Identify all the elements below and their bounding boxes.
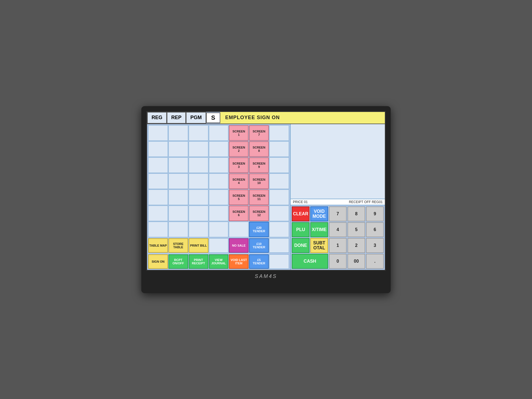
status-receipt: RECEIPT OFF REG01 <box>349 200 383 204</box>
void-last-item-button[interactable]: VOID LAST ITEM <box>229 254 249 269</box>
done-button[interactable]: DONE <box>292 238 310 253</box>
status-price: PRICE 01 <box>293 200 308 204</box>
grid-cell <box>189 222 208 237</box>
20-tender-button[interactable]: £20TENDER <box>249 222 269 237</box>
grid-cell <box>168 222 188 237</box>
grid-cell <box>209 206 229 221</box>
screen-8-button[interactable]: SCREEN8 <box>249 141 269 157</box>
screen-12-button[interactable]: SCREEN12 <box>249 206 269 221</box>
screen-10-button[interactable]: SCREEN10 <box>249 173 269 189</box>
grid-cell <box>209 190 229 205</box>
store-table-button[interactable]: STORE TABLE <box>168 238 188 253</box>
mode-pgm-button[interactable]: PGM <box>186 112 206 124</box>
key-dot[interactable]: . <box>366 254 384 269</box>
bottom-row-1: TABLE MAP STORE TABLE PRINT BILL NO SALE… <box>147 238 290 254</box>
grid-cell <box>168 206 188 221</box>
grid-cell <box>229 222 249 237</box>
grid-cell <box>168 157 188 173</box>
grid-upper: SCREEN1 SCREEN7 SCREEN2 SCREEN8 <box>147 124 290 238</box>
grid-cell <box>189 190 208 205</box>
bottom-row-2: SIGN ON RCPT ON/OFF PRINT RECEIPT VIEW J… <box>147 254 290 270</box>
key-0[interactable]: 0 <box>329 254 347 269</box>
key-6[interactable]: 6 <box>366 222 384 237</box>
key-5[interactable]: 5 <box>347 222 365 237</box>
key-8[interactable]: 8 <box>347 206 365 221</box>
grid-cell <box>148 222 168 237</box>
clear-button[interactable]: CLEAR <box>292 206 310 221</box>
print-bill-button[interactable]: PRINT BILL <box>189 238 208 253</box>
grid-cell <box>209 141 229 157</box>
active-mode-display: S <box>206 112 220 123</box>
grid-cell <box>269 254 289 269</box>
10-tender-button[interactable]: £10TENDER <box>249 238 269 253</box>
grid-cell <box>168 173 188 189</box>
grid-cell <box>269 141 289 157</box>
plu-button[interactable]: PLU <box>292 222 310 237</box>
grid-cell <box>269 125 289 141</box>
xtime-button[interactable]: X/TIME <box>310 222 328 237</box>
table-map-button[interactable]: TABLE MAP <box>148 238 168 253</box>
grid-cell <box>269 190 289 205</box>
screen-7-button[interactable]: SCREEN7 <box>249 125 269 141</box>
screen: REG REP PGM S EMPLOYEE SIGN ON <box>146 111 386 271</box>
key-2[interactable]: 2 <box>347 238 365 253</box>
grid-cell <box>148 141 168 157</box>
screen-6-button[interactable]: SCREEN6 <box>229 206 249 221</box>
no-sale-button[interactable]: NO SALE <box>229 238 249 253</box>
grid-cell <box>189 173 208 189</box>
monitor: REG REP PGM S EMPLOYEE SIGN ON <box>141 106 391 293</box>
grid-cell <box>148 173 168 189</box>
right-upper-area <box>291 124 385 199</box>
title-bar: EMPLOYEE SIGN ON <box>220 112 385 124</box>
print-receipt-button[interactable]: PRINT RECEIPT <box>189 254 208 269</box>
right-panel: PRICE 01 RECEIPT OFF REG01 CLEAR VOIDMOD… <box>291 124 385 270</box>
key-3[interactable]: 3 <box>366 238 384 253</box>
grid-cell <box>209 238 229 253</box>
void-mode-button[interactable]: VOIDMODE <box>310 206 328 221</box>
main-area: SCREEN1 SCREEN7 SCREEN2 SCREEN8 <box>147 124 385 270</box>
top-bar: REG REP PGM S EMPLOYEE SIGN ON <box>147 112 385 124</box>
grid-cell <box>189 206 208 221</box>
key-4[interactable]: 4 <box>329 222 347 237</box>
grid-cell <box>168 141 188 157</box>
sign-on-button[interactable]: SIGN ON <box>148 254 168 269</box>
screen-3-button[interactable]: SCREEN3 <box>229 157 249 173</box>
cash-button[interactable]: CASH <box>292 254 328 269</box>
mode-buttons: REG REP PGM S <box>147 112 220 124</box>
key-1[interactable]: 1 <box>329 238 347 253</box>
screen-9-button[interactable]: SCREEN9 <box>249 157 269 173</box>
screen-5-button[interactable]: SCREEN5 <box>229 190 249 205</box>
view-journal-button[interactable]: VIEW JOURNAL <box>209 254 229 269</box>
grid-cell <box>189 157 208 173</box>
grid-cell <box>209 125 229 141</box>
screen-11-button[interactable]: SCREEN11 <box>249 190 269 205</box>
subtotal-button[interactable]: SUBTOTAL <box>310 238 328 253</box>
screen-4-button[interactable]: SCREEN4 <box>229 173 249 189</box>
grid-cell <box>189 125 208 141</box>
grid-cell <box>269 157 289 173</box>
grid-cell <box>148 125 168 141</box>
grid-cell <box>168 125 188 141</box>
grid-cell <box>189 141 208 157</box>
grid-cell <box>209 222 229 237</box>
grid-cell <box>209 157 229 173</box>
key-00[interactable]: 00 <box>347 254 365 269</box>
rcpt-onoff-button[interactable]: RCPT ON/OFF <box>168 254 188 269</box>
screen-1-button[interactable]: SCREEN1 <box>229 125 249 141</box>
grid-cell <box>209 173 229 189</box>
grid-cell <box>269 206 289 221</box>
mode-rep-button[interactable]: REP <box>167 112 186 124</box>
grid-cell <box>148 190 168 205</box>
5-tender-button[interactable]: £5TENDER <box>249 254 269 269</box>
grid-cell <box>148 157 168 173</box>
mode-reg-button[interactable]: REG <box>147 112 167 124</box>
key-7[interactable]: 7 <box>329 206 347 221</box>
screen-2-button[interactable]: SCREEN2 <box>229 141 249 157</box>
monitor-brand: SAM4S <box>146 271 386 279</box>
key-9[interactable]: 9 <box>366 206 384 221</box>
status-bar: PRICE 01 RECEIPT OFF REG01 <box>291 199 385 205</box>
left-grid: SCREEN1 SCREEN7 SCREEN2 SCREEN8 <box>147 124 291 270</box>
grid-cell <box>168 190 188 205</box>
grid-cell <box>269 238 289 253</box>
grid-cell <box>148 206 168 221</box>
